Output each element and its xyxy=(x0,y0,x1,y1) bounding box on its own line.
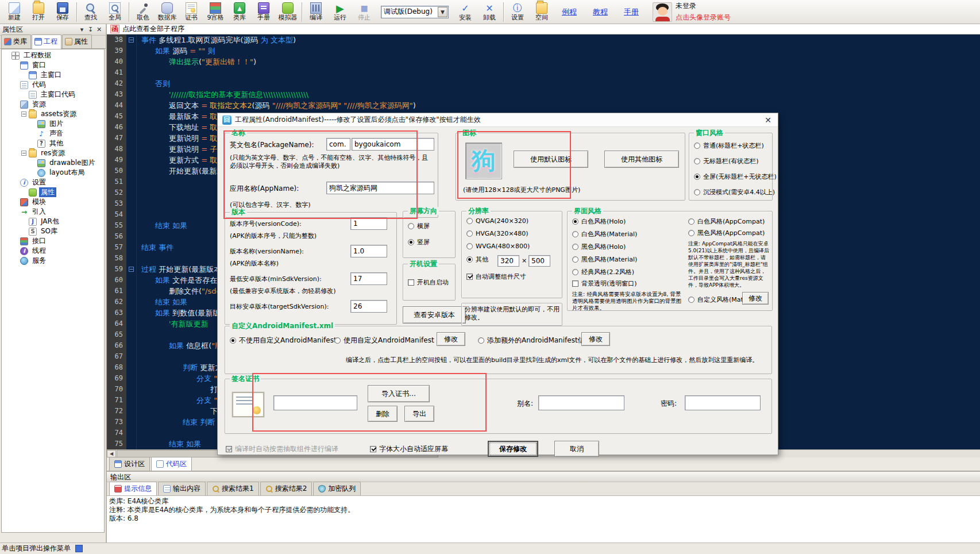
import-cert-button[interactable]: 导入证书… xyxy=(368,385,430,402)
toolbar-link-手册[interactable]: 手册 xyxy=(624,7,639,17)
tree-item-属性[interactable]: 属性 xyxy=(2,187,104,197)
expand-icon[interactable]: − xyxy=(21,111,26,117)
tree-item-窗口[interactable]: 窗口 xyxy=(2,60,104,70)
tree-item-layout布局[interactable]: layout布局 xyxy=(2,168,104,178)
toolbar-link-例程[interactable]: 例程 xyxy=(562,7,577,17)
tree-item-引入[interactable]: →引入 xyxy=(2,207,104,217)
custom-width-field[interactable]: 320 xyxy=(497,255,519,267)
toolbar-button-类库[interactable]: ▲类库 xyxy=(227,1,252,24)
window-style-radio-2[interactable]: 全屏(无标题栏+无状态栏) xyxy=(694,172,777,181)
window-style-radio-0[interactable]: 普通(标题栏+状态栏) xyxy=(694,141,764,150)
toolbar-button-证书[interactable]: 证书 xyxy=(179,1,203,24)
toolbar-button-停止[interactable]: ■停止 xyxy=(352,1,376,24)
toolbar-button-手册[interactable]: 手册 xyxy=(252,1,276,24)
tree-item-服务[interactable]: 服务 xyxy=(2,256,104,266)
check-android-version-button[interactable]: 查看安卓版本 xyxy=(403,306,466,324)
toolbar-button-编译[interactable]: 编译 xyxy=(304,1,328,24)
package-name-field[interactable]: bygoukaicom xyxy=(352,138,434,151)
login-hint[interactable]: 点击头像登录账号 xyxy=(676,13,731,22)
ui-style-col2-radio-1[interactable]: 黑色风格(AppCompat) xyxy=(688,229,765,237)
boot-start-checkbox[interactable]: 开机自启动 xyxy=(408,278,449,287)
tree-item-线程[interactable]: I线程 xyxy=(2,246,104,256)
use-other-icon-button[interactable]: 使用其他图标 xyxy=(604,151,679,168)
tree-item-声音[interactable]: ♪声音 xyxy=(2,129,104,138)
sidebar-tab-类库[interactable]: 类库 xyxy=(1,34,31,48)
transparent-bg-checkbox[interactable]: 背景透明(透明窗口) xyxy=(572,279,637,288)
toolbar-button-查找[interactable]: 查找 xyxy=(79,1,103,24)
cancel-button[interactable]: 取消 xyxy=(554,441,599,457)
resolution-radio-1[interactable]: HVGA(320×480) xyxy=(466,230,528,237)
output-tab-加密队列[interactable]: 加密队列 xyxy=(313,482,361,495)
tree-item-主窗口[interactable]: 主窗口 xyxy=(2,70,104,80)
custom-style-modify-button[interactable]: 修改 xyxy=(742,292,769,305)
password-field[interactable] xyxy=(685,395,761,410)
sidebar-tab-工程[interactable]: 工程 xyxy=(32,34,61,49)
tree-item-代码[interactable]: 代码 xyxy=(2,80,104,90)
tree-item-其他[interactable]: ?其他 xyxy=(2,138,104,148)
toolbar-button-运行[interactable]: ▶运行 xyxy=(328,1,352,24)
toolbar-button-9宫格[interactable]: 9宫格 xyxy=(203,1,227,24)
ui-style-col1-radio-1[interactable]: 白色风格(Material) xyxy=(572,230,637,238)
tree-item-接口[interactable]: 接口 xyxy=(2,236,104,246)
orientation-radio-1[interactable]: 竖屏 xyxy=(408,238,430,247)
auto-adjust-checkbox[interactable]: 自动调整组件尺寸 xyxy=(466,272,526,281)
auto-extract-checkbox[interactable]: 编译时自动按需抽取组件进行编译 xyxy=(226,444,338,454)
delete-cert-button[interactable]: 删除 xyxy=(368,406,398,422)
manifest-radio-2[interactable]: 添加额外的AndroidManifest信息 xyxy=(478,336,592,345)
toolbar-button-打开[interactable]: 打开 xyxy=(26,1,51,24)
close-panel-icon[interactable]: ✕ xyxy=(95,26,103,33)
version-field-input-3[interactable]: 26 xyxy=(350,300,387,313)
tree-item-SO库[interactable]: SSO库 xyxy=(2,226,104,236)
toolbar-button-新建[interactable]: 新建 xyxy=(2,1,26,24)
manifest-radio-0[interactable]: 不使用自定义AndroidManifest xyxy=(230,336,337,345)
function-header[interactable]: 函 点此查看全部子程序 xyxy=(107,24,980,34)
tree-item-主窗口代码[interactable]: 主窗口代码 xyxy=(2,90,104,99)
tree-item-模块[interactable]: 模块 xyxy=(2,197,104,207)
tree-item-res资源[interactable]: −res资源 xyxy=(2,148,104,158)
user-avatar[interactable] xyxy=(653,2,672,22)
toolbar-button-数据库[interactable]: 数据库 xyxy=(155,1,179,24)
output-tab-搜索结果1[interactable]: 搜索结果1 xyxy=(207,482,259,495)
output-tab-搜索结果2[interactable]: 搜索结果2 xyxy=(260,482,312,495)
tab-设计区[interactable]: 设计区 xyxy=(109,457,150,471)
ui-style-col1-radio-4[interactable]: 经典风格(2.2风格) xyxy=(572,268,634,276)
package-prefix-field[interactable]: com. xyxy=(326,138,350,151)
tab-代码区[interactable]: 代码区 xyxy=(151,457,192,471)
ui-style-col1-radio-3[interactable]: 黑色风格(Material) xyxy=(572,255,637,264)
toolbar-link-教程[interactable]: 教程 xyxy=(593,7,608,17)
fold-icon[interactable]: − xyxy=(129,37,134,43)
version-field-input-2[interactable]: 17 xyxy=(350,272,387,285)
window-style-radio-1[interactable]: 无标题栏(有状态栏) xyxy=(694,157,759,166)
version-field-input-1[interactable]: 1.0 xyxy=(350,245,387,257)
sidebar-tab-属性[interactable]: 属性 xyxy=(62,34,92,48)
resolution-radio-3[interactable]: 其他 xyxy=(466,255,488,264)
custom-height-field[interactable]: 500 xyxy=(528,255,550,267)
pin-icon[interactable]: ↧ xyxy=(86,26,95,33)
version-field-input-0[interactable]: 1 xyxy=(350,217,387,230)
tree-item-assets资源[interactable]: −assets资源 xyxy=(2,109,104,119)
alias-field[interactable] xyxy=(538,395,624,410)
toolbar-button-卸载[interactable]: ✕卸载 xyxy=(477,1,501,24)
tree-item-工程数据[interactable]: 工程数据 xyxy=(2,51,104,60)
tree-item-资源[interactable]: 资源 xyxy=(2,99,104,109)
toolbar-button-安装[interactable]: ✓安装 xyxy=(453,1,477,24)
build-mode-select[interactable]: 调试版(Debug)▼ xyxy=(381,6,449,18)
output-tab-输出内容[interactable]: 输出内容 xyxy=(158,482,206,495)
dialog-close-icon[interactable]: ✕ xyxy=(763,116,773,125)
dialog-titlebar[interactable]: 回 工程属性(AndroidManifest)-----修改了设置后必须点击"保… xyxy=(218,113,778,127)
tree-item-图片[interactable]: 图片 xyxy=(2,119,104,129)
manifest-radio-1[interactable]: 使用自定义AndroidManifest xyxy=(334,336,434,345)
export-cert-button[interactable]: 导出 xyxy=(404,406,434,422)
dropdown-arrow-icon[interactable]: ▼ xyxy=(438,7,447,17)
resolution-radio-2[interactable]: WVGA(480×800) xyxy=(466,243,530,250)
manifest-modify-button-1[interactable]: 修改 xyxy=(437,332,465,346)
app-name-field[interactable]: 狗凯之家源码网 xyxy=(326,182,434,194)
toolbar-button-全局[interactable]: 全局 xyxy=(103,1,127,24)
window-style-radio-3[interactable]: 沉浸模式(需安卓4.4以上) xyxy=(694,188,775,197)
ui-style-col1-radio-0[interactable]: 白色风格(Holo) xyxy=(572,217,626,226)
toolbar-button-设置[interactable]: ⓘ设置 xyxy=(506,1,530,24)
manifest-modify-button-2[interactable]: 修改 xyxy=(581,332,610,346)
resolution-radio-0[interactable]: QVGA(240×320) xyxy=(466,217,528,225)
panel-menu-icon[interactable]: ▾ xyxy=(78,26,86,33)
toolbar-button-取色[interactable]: 取色 xyxy=(131,1,155,24)
